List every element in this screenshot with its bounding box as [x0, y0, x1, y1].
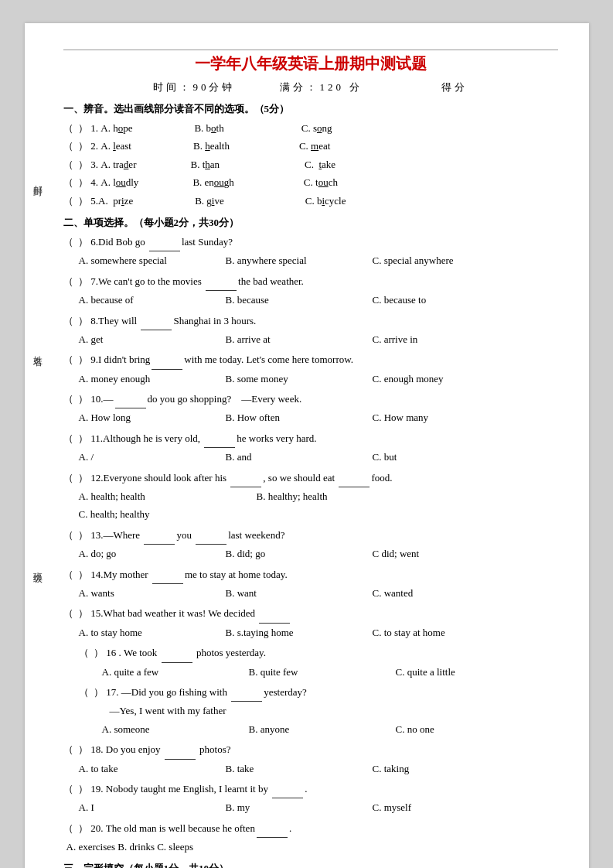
- q11-paren: （ ）: [63, 429, 89, 447]
- q19-num: 19.: [88, 780, 106, 798]
- q6-paren: （ ）: [63, 233, 89, 251]
- q16-stem: （ ） 16 . We took photos yesterday.: [63, 644, 558, 662]
- q7-opt-b: B. because: [226, 291, 349, 309]
- q15-stem: （ ） 15. What bad weather it was! We deci…: [63, 604, 558, 623]
- q18-block: （ ） 18. Do you enjoy photos? A. to take …: [63, 740, 558, 777]
- q17-sub-text: —Yes, I went with my father: [110, 702, 226, 719]
- q19-paren: （ ）: [63, 780, 89, 798]
- q17-sub: —Yes, I went with my father: [63, 702, 558, 719]
- q19-options: A. I B. my C. myself: [63, 798, 558, 816]
- q6-opt-a: A. somewhere special: [79, 251, 203, 269]
- q9-options: A. money enough B. some money C. enough …: [63, 370, 558, 388]
- phonetic-q1: （ ） 1. A. hope B. both C. song: [63, 119, 558, 137]
- q6-num: 6.: [88, 233, 98, 251]
- q9-text: I didn't bring with me today. Let's come…: [98, 350, 353, 369]
- q8-stem: （ ） 8. They will Shanghai in 3 hours.: [63, 312, 558, 330]
- q3-c: C. take: [305, 155, 335, 173]
- q18-text: Do you enjoy photos?: [106, 740, 231, 759]
- q19-stem: （ ） 19. Nobody taught me English, I lear…: [63, 780, 558, 798]
- phonetic-q5: （ ） 5.A. prize B. give C. bicycle: [63, 192, 558, 210]
- q10-opt-c: C. How many: [373, 408, 496, 426]
- q9-opt-c: C. enough money: [373, 370, 496, 388]
- q12-opt-b: B. healthy; health: [257, 487, 411, 505]
- q14-text: My mother me to stay at home today.: [104, 566, 288, 584]
- q10-paren: （ ）: [63, 390, 89, 408]
- q6-text: Did Bob go last Sunday?: [98, 233, 233, 251]
- q18-options: A. to take B. take C. taking: [63, 760, 558, 777]
- q8-num: 8.: [88, 312, 98, 330]
- q8-opt-b: B. arrive at: [226, 330, 349, 348]
- q14-block: （ ） 14. My mother me to stay at home tod…: [63, 566, 558, 603]
- q16-block: （ ） 16 . We took photos yesterday. A. qu…: [63, 644, 558, 681]
- q10-opt-a: A. How long: [79, 408, 203, 426]
- q3-num: 3.: [88, 155, 100, 173]
- q14-opt-c: C. wanted: [373, 584, 496, 602]
- q20-opts-text: A. exercises B. drinks C. sleeps: [66, 838, 194, 856]
- q17-opt-a: A. someone: [102, 720, 226, 738]
- q5-c: C. bicycle: [305, 192, 346, 210]
- q8-paren: （ ）: [63, 312, 89, 330]
- q15-num: 15.: [88, 604, 104, 622]
- q1-c: C. song: [301, 119, 332, 137]
- q1-b: B. both: [194, 119, 223, 137]
- q4-paren: （ ）: [63, 173, 89, 191]
- q18-num: 18.: [88, 740, 106, 758]
- q7-stem: （ ） 7. We can't go to the movies the bad…: [63, 272, 558, 291]
- q5-num: 5.A.: [88, 192, 113, 210]
- q9-block: （ ） 9. I didn't bring with me today. Let…: [63, 350, 558, 388]
- q1-a: A. hope: [100, 119, 132, 137]
- q2-paren: （ ）: [63, 137, 89, 155]
- q2-a: A. least: [100, 137, 131, 155]
- q14-num: 14.: [88, 566, 104, 583]
- q1-paren-open: （ ）: [63, 119, 89, 137]
- q12-paren: （ ）: [63, 469, 89, 487]
- side-label-class: 班级: [31, 565, 44, 568]
- q13-stem: （ ） 13. —Where you last weekend?: [63, 526, 558, 545]
- section1-header: 一、辨音。选出画线部分读音不同的选项。（5分）: [63, 102, 558, 116]
- q20-paren: （ ）: [63, 819, 89, 837]
- q20-options: A. exercises B. drinks C. sleeps: [63, 838, 558, 856]
- q16-text: We took photos yesterday.: [124, 644, 266, 662]
- q20-num: 20.: [88, 819, 106, 837]
- section3-header: 三、完形填空（每小题1分，共10分）: [63, 862, 558, 868]
- q14-paren: （ ）: [63, 566, 89, 583]
- q14-stem: （ ） 14. My mother me to stay at home tod…: [63, 566, 558, 584]
- q6-opt-b: B. anywhere special: [226, 251, 349, 269]
- q9-paren: （ ）: [63, 350, 89, 368]
- q18-opt-b: B. take: [226, 760, 349, 777]
- q13-opt-c: C did; went: [373, 545, 496, 562]
- q18-opt-c: C. taking: [373, 760, 496, 777]
- q7-opt-c: C. because to: [373, 291, 496, 309]
- q3-paren: （ ）: [63, 155, 89, 173]
- score-label: 得分: [441, 81, 468, 93]
- q2-c: C. meat: [299, 137, 330, 155]
- q18-stem: （ ） 18. Do you enjoy photos?: [63, 740, 558, 759]
- phonetic-q2: （ ） 2. A. least B. health C. meat: [63, 137, 558, 155]
- q14-opt-b: B. want: [226, 584, 349, 602]
- q5-paren: （ ）: [63, 192, 89, 210]
- q13-opt-b: B. did; go: [226, 545, 349, 562]
- q7-block: （ ） 7. We can't go to the movies the bad…: [63, 272, 558, 309]
- q17-text: —Did you go fishing with yesterday?: [121, 683, 307, 702]
- q4-a: A. loudly: [100, 173, 138, 191]
- q16-opt-a: A. quite a few: [102, 663, 226, 681]
- q16-opt-c: C. quite a little: [396, 663, 519, 681]
- q7-options: A. because of B. because C. because to: [63, 291, 558, 309]
- q15-options: A. to stay home B. s.taying home C. to s…: [63, 624, 558, 641]
- q20-stem: （ ） 20. The old man is well because he o…: [63, 819, 558, 838]
- q11-text: Although he is very old, he works very h…: [103, 429, 317, 448]
- q17-paren: （ ）: [79, 683, 104, 701]
- q12-options: A. health; health B. healthy; health C. …: [63, 487, 558, 524]
- q14-options: A. wants B. want C. wanted: [63, 584, 558, 602]
- q15-opt-b: B. s.taying home: [226, 624, 349, 641]
- q14-opt-a: A. wants: [79, 584, 203, 602]
- q7-text: We can't go to the movies the bad weathe…: [98, 272, 304, 291]
- section2-header: 二、单项选择。（每小题2分，共30分）: [63, 216, 558, 230]
- exam-subtitle: 时间：90分钟 满分：120 分 得分: [63, 80, 558, 94]
- q16-opt-b: B. quite few: [249, 663, 373, 681]
- q12-text: Everyone should look after his , so we s…: [104, 469, 393, 487]
- q10-options: A. How long B. How often C. How many: [63, 408, 558, 426]
- q6-options: A. somewhere special B. anywhere special…: [63, 251, 558, 269]
- q18-opt-a: A. to take: [79, 760, 203, 777]
- q1-num: 1.: [88, 119, 100, 137]
